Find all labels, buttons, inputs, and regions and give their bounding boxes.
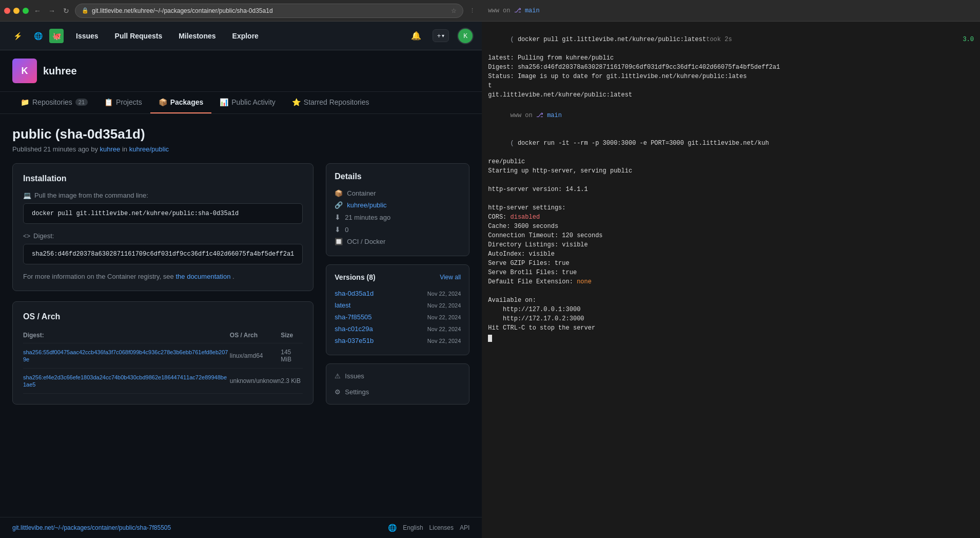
bookmark-icon[interactable]: ☆ [451, 7, 457, 14]
browser-back-btn[interactable]: ← [32, 5, 43, 16]
pull-command[interactable]: docker pull git.littlevibe.net/kuhree/pu… [23, 203, 303, 224]
package-title: public (sha-0d35a1d) [12, 126, 469, 142]
term-line-4: Status: Image is up to date for git.litt… [488, 72, 974, 81]
repo-link[interactable]: kuhree/public [347, 201, 386, 209]
version-item-4: sha-c01c29a Nov 22, 2024 [335, 323, 461, 335]
os-arch-1: linux/amd64 [230, 343, 281, 369]
version-item-3: sha-7f85505 Nov 22, 2024 [335, 311, 461, 323]
downloads-count: 0 [345, 226, 348, 234]
term-line-5: git.littlevibe.net/kuhree/public:latest [488, 90, 974, 100]
details-box: Details 📦 Container 🔗 kuhree/public ⬇ 21… [326, 163, 469, 256]
term-line-11: CORS: disabled [488, 213, 974, 222]
tab-projects-label: Projects [116, 98, 142, 106]
term-line-2: latest: Pulling from kuhree/public [488, 53, 974, 63]
sidebar-icon-explore[interactable]: 🌐 [29, 27, 47, 45]
browser-minimize-btn[interactable] [13, 8, 19, 14]
size-1: 145 MiB [281, 343, 303, 369]
term-line-9: http-server version: 14.1.1 [488, 185, 974, 194]
terminal-title: www on ⎇ main [488, 7, 539, 14]
view-all-link[interactable]: View all [440, 274, 461, 281]
detail-container: 📦 Container [335, 187, 461, 199]
browser-refresh-btn[interactable]: ↻ [61, 5, 72, 16]
version-link-5[interactable]: sha-037e51b [335, 337, 374, 344]
oci-text: OCI / Docker [347, 238, 385, 245]
plus-icon: + [437, 32, 441, 40]
term-line-10: http-server settings: [488, 203, 974, 213]
nav-issues[interactable]: Issues [72, 30, 103, 42]
version-link-4[interactable]: sha-c01c29a [335, 325, 373, 333]
nav-milestones[interactable]: Milestones [174, 30, 220, 42]
browser-forward-btn[interactable]: → [46, 5, 57, 16]
oci-icon: 🔲 [335, 238, 343, 245]
main-content: public (sha-0d35a1d) Published 21 minute… [0, 114, 482, 517]
address-bar[interactable]: 🔒 git.littlevibe.net/kuhree/~/-/packages… [75, 4, 463, 18]
lock-icon: 🔒 [82, 7, 89, 14]
browser-maximize-btn[interactable] [23, 8, 29, 14]
term-line-cursor [488, 333, 974, 342]
docs-link[interactable]: the documentation [175, 273, 230, 280]
version-link-1[interactable]: sha-0d35a1d [335, 290, 374, 297]
chevron-down-icon: ▾ [442, 33, 444, 39]
meta-in-text: in [122, 145, 127, 153]
term-line-blank2 [488, 194, 974, 203]
meta-user-link[interactable]: kuhree [100, 145, 121, 153]
footer-links: 🌐 English Licenses API [388, 524, 469, 532]
nav-explore[interactable]: Explore [228, 30, 263, 42]
term-line-19: Available on: [488, 296, 974, 305]
browser-menu-btn[interactable]: ⋮ [466, 5, 478, 16]
term-line-21: http://172.17.0.2:3000 [488, 314, 974, 323]
user-profile-header: K kuhree [0, 50, 482, 92]
digest-link-1[interactable]: sha256:55df00475aac42ccb436fa3f7c068f099… [23, 349, 228, 362]
detail-oci: 🔲 OCI / Docker [335, 236, 461, 247]
term-line-17: Serve Brotli Files: true [488, 268, 974, 277]
notifications-btn[interactable]: 🔔 [408, 28, 424, 44]
meta-published-text: Published 21 minutes ago by [12, 145, 98, 153]
package-type-icon: 📦 [335, 189, 343, 197]
tab-starred-repositories[interactable]: ⭐ Starred Repositories [284, 92, 378, 113]
licenses-link[interactable]: Licenses [429, 524, 454, 531]
footer-url[interactable]: git.littlevibe.net/~/-/packages/containe… [12, 524, 171, 531]
installation-title: Installation [23, 174, 303, 183]
issues-icon: ⚠ [335, 372, 341, 380]
table-row: sha256:ef4e2d3c66efe1803da24cc74b0b430cb… [23, 369, 303, 394]
version-link-3[interactable]: sha-7f85505 [335, 313, 371, 321]
version-date-2: Nov 22, 2024 [427, 302, 461, 309]
content-grid: Installation 💻 Pull the image from the c… [12, 163, 469, 415]
version-date-4: Nov 22, 2024 [427, 326, 461, 332]
create-btn[interactable]: + ▾ [433, 29, 449, 42]
sidebar-icon-gitea[interactable]: 🐙 [49, 29, 64, 43]
activity-icon: 📊 [220, 98, 228, 106]
user-avatar[interactable]: K [457, 28, 474, 44]
version-link-2[interactable]: latest [335, 301, 350, 309]
gh-sidebar-icons: ⚡ 🌐 🐙 [8, 27, 64, 45]
language-selector[interactable]: English [403, 524, 423, 531]
user-avatar-large: K [12, 59, 37, 83]
browser-chrome: ← → ↻ 🔒 git.littlevibe.net/kuhree/~/-/pa… [0, 0, 482, 22]
detail-time: ⬇ 21 minutes ago [335, 211, 461, 223]
digest-link-2[interactable]: sha256:ef4e2d3c66efe1803da24cc74b0b430cb… [23, 374, 227, 388]
terminal-body[interactable]: ( docker pull git.littlevibe.net/kuhree/… [482, 22, 980, 538]
os-arch-title: OS / Arch [23, 312, 303, 321]
meta-repo-link[interactable]: kuhree/public [129, 145, 169, 153]
sidebar-link-settings[interactable]: ⚙ Settings [326, 384, 469, 400]
sidebar-icon-home[interactable]: ⚡ [8, 27, 27, 45]
versions-title: Versions (8) [335, 273, 375, 281]
versions-box: Versions (8) View all sha-0d35a1d Nov 22… [326, 264, 469, 355]
nav-pull-requests[interactable]: Pull Requests [111, 30, 167, 42]
username[interactable]: kuhree [43, 65, 77, 77]
tab-repositories[interactable]: 📁 Repositories 21 [12, 92, 96, 113]
sidebar-link-issues[interactable]: ⚠ Issues [326, 368, 469, 384]
page-footer: git.littlevibe.net/~/-/packages/containe… [0, 517, 482, 538]
detail-downloads: ⬇ 0 [335, 223, 461, 236]
tab-packages[interactable]: 📦 Packages [150, 92, 212, 113]
term-line-1: ( docker pull git.littlevibe.net/kuhree/… [488, 26, 974, 53]
repo-link-icon: 🔗 [335, 201, 343, 209]
digest-value[interactable]: sha256:d46fd20378a6302871161709c6df031df… [23, 244, 303, 264]
browser-close-btn[interactable] [4, 8, 10, 14]
digest-label: <> Digest: [23, 232, 303, 240]
tab-starred-label: Starred Repositories [304, 98, 369, 106]
api-link[interactable]: API [460, 524, 469, 531]
tab-public-activity[interactable]: 📊 Public Activity [211, 92, 284, 113]
term-line-3: Digest: sha256:d46fd20378a6302871161709c… [488, 63, 974, 72]
tab-projects[interactable]: 📋 Projects [96, 92, 150, 113]
